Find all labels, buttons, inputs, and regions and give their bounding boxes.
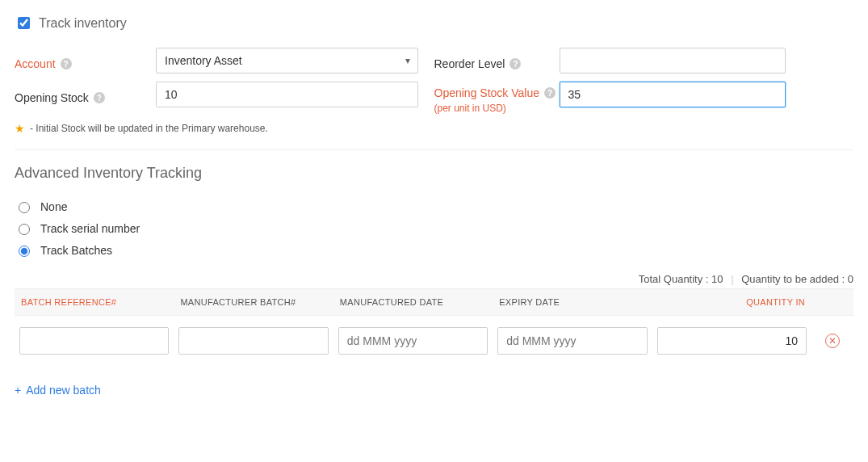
total-qty-value: 10 [711, 273, 723, 285]
expiry-date-input[interactable] [497, 327, 647, 355]
add-new-batch-label: Add new batch [26, 384, 101, 397]
summary-separator: | [731, 273, 733, 285]
qty-to-add-label: Quantity to be added : [741, 273, 845, 285]
divider [15, 149, 853, 150]
qty-to-add-value: 0 [848, 273, 853, 285]
tracking-serial-label: Track serial number [40, 222, 140, 235]
opening-stock-value-label: Opening Stock Value [434, 86, 540, 99]
help-icon: ? [61, 58, 72, 69]
mfg-batch-input[interactable] [178, 327, 328, 355]
plus-icon: + [15, 384, 21, 397]
col-mfg-date: MANUFACTURED DATE [333, 289, 493, 316]
col-expiry: EXPIRY DATE [493, 289, 652, 316]
total-qty-label: Total Quantity : [639, 273, 709, 285]
reorder-level-input[interactable] [560, 48, 786, 74]
add-new-batch-link[interactable]: + Add new batch [15, 384, 101, 397]
tracking-batches-radio[interactable] [19, 246, 30, 257]
mfg-date-input[interactable] [338, 327, 488, 355]
help-icon: ? [94, 92, 105, 103]
batch-row: ✕ [15, 316, 853, 367]
track-inventory-checkbox[interactable] [18, 17, 30, 29]
col-mfg-batch: MANUFACTURER BATCH# [174, 289, 333, 316]
opening-stock-label: Opening Stock [15, 91, 89, 104]
col-qty-in: QUANTITY IN [652, 289, 811, 316]
help-icon: ? [544, 87, 556, 99]
reorder-level-label: Reorder Level [434, 57, 505, 70]
tracking-none-radio[interactable] [19, 202, 30, 213]
opening-stock-value-subnote: (per unit in USD) [434, 103, 560, 114]
remove-row-button[interactable]: ✕ [825, 334, 840, 348]
opening-stock-value-input[interactable] [560, 82, 786, 107]
account-label: Account [15, 57, 56, 70]
star-icon: ★ [15, 122, 25, 135]
track-inventory-label: Track inventory [39, 16, 127, 31]
qty-in-input[interactable] [657, 327, 807, 355]
account-select[interactable] [156, 48, 418, 74]
primary-warehouse-note: - Initial Stock will be updated in the P… [30, 123, 268, 134]
tracking-batches-label: Track Batches [40, 244, 112, 257]
col-batch-ref: BATCH REFERENCE# [15, 289, 174, 316]
help-icon: ? [509, 58, 521, 69]
batch-ref-input[interactable] [19, 327, 169, 355]
advanced-section-title: Advanced Inventory Tracking [15, 165, 853, 182]
tracking-serial-radio[interactable] [19, 224, 30, 235]
opening-stock-input[interactable] [156, 82, 418, 107]
tracking-none-label: None [40, 200, 67, 213]
